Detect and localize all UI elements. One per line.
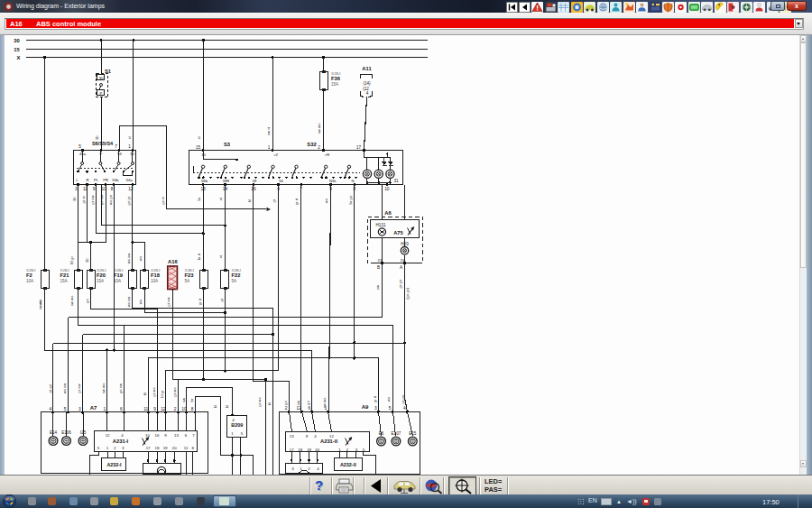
svg-text:gr sw: gr sw	[166, 296, 171, 306]
svg-text:ws sw: ws sw	[62, 383, 67, 394]
svg-text:A11: A11	[362, 66, 372, 71]
svg-text:17: 17	[356, 145, 362, 150]
svg-text:(ge gr): (ge gr)	[405, 288, 410, 300]
svg-text:13: 13	[174, 433, 179, 438]
svg-text:A7: A7	[90, 405, 97, 411]
svg-text:5: 5	[78, 144, 81, 149]
svg-text:>R: >R	[325, 152, 329, 157]
svg-text:br: br	[189, 398, 194, 402]
svg-text:4: 4	[50, 407, 52, 411]
svg-text:br: br	[197, 197, 201, 200]
svg-text:18: 18	[298, 448, 302, 452]
svg-text:Bl: Bl	[72, 198, 77, 201]
svg-text:B209: B209	[231, 422, 243, 428]
svg-text:gr ge: gr ge	[48, 383, 52, 393]
svg-text:30: 30	[14, 38, 19, 43]
svg-text:11: 11	[143, 407, 148, 411]
svg-text:2: 2	[318, 145, 320, 150]
svg-text:E106: E106	[61, 430, 71, 435]
svg-text:ge rt: ge rt	[161, 196, 165, 204]
svg-text:gr: gr	[272, 199, 276, 202]
svg-text:12: 12	[128, 187, 134, 191]
svg-text:NSL: NSL	[329, 179, 337, 183]
svg-text:A231-I: A231-I	[113, 439, 129, 444]
svg-text:5A: 5A	[185, 279, 191, 283]
svg-text:7: 7	[192, 433, 195, 438]
svg-text:10A: 10A	[151, 279, 159, 283]
svg-text:16: 16	[155, 433, 160, 438]
svg-text:ge: ge	[306, 401, 310, 405]
svg-text:15A: 15A	[60, 279, 69, 283]
svg-text:gr ws: gr ws	[172, 387, 177, 396]
svg-text:ge: ge	[85, 299, 89, 303]
svg-text:F18: F18	[151, 272, 161, 278]
svg-text:20: 20	[315, 448, 319, 452]
svg-text:B: B	[377, 265, 380, 270]
svg-text:17: 17	[290, 448, 294, 452]
svg-text:L: L	[76, 178, 78, 182]
svg-text:10: 10	[181, 407, 187, 411]
svg-text:15A: 15A	[97, 279, 105, 283]
svg-text:Bl gr: Bl gr	[69, 256, 74, 264]
svg-text:bl: bl	[267, 402, 272, 405]
svg-text:sw: sw	[181, 397, 186, 402]
svg-text:12: 12	[329, 434, 334, 439]
svg-text:br rt: br rt	[197, 253, 201, 260]
svg-text:E6: E6	[379, 431, 384, 436]
svg-text:4: 4	[366, 91, 369, 96]
svg-text:bl: bl	[247, 199, 252, 202]
svg-text:gr sw: gr sw	[77, 383, 81, 393]
svg-text:>Z: >Z	[273, 152, 278, 157]
svg-text:6: 6	[120, 407, 123, 411]
svg-text:F2: F2	[26, 272, 32, 278]
svg-text:gr ge: gr ge	[401, 394, 405, 403]
svg-text:A: A	[400, 265, 403, 270]
svg-text:ws: ws	[38, 300, 42, 305]
svg-text:E14: E14	[50, 430, 58, 435]
svg-text:ws ge: ws ge	[108, 194, 113, 205]
svg-text:ge: ge	[283, 401, 288, 405]
svg-text:15: 15	[14, 47, 20, 52]
svg-text:1: 1	[128, 144, 131, 149]
svg-text:ge sw: ge sw	[118, 383, 123, 393]
svg-text:5: 5	[97, 446, 100, 450]
svg-text:Bl: Bl	[95, 136, 99, 140]
svg-text:ws sw: ws sw	[126, 296, 131, 308]
svg-text:A16: A16	[168, 259, 178, 264]
svg-text:10: 10	[145, 433, 150, 438]
svg-text:10A: 10A	[114, 279, 122, 283]
svg-text:4: 4	[121, 433, 124, 438]
svg-text:gr ge: gr ge	[398, 279, 402, 288]
svg-text:8: 8	[191, 407, 194, 411]
svg-text:ws: ws	[324, 199, 328, 203]
svg-text:3: 3	[75, 187, 78, 191]
svg-text:F23: F23	[185, 272, 195, 278]
svg-text:19: 19	[307, 448, 311, 452]
svg-text:P: P	[100, 91, 103, 96]
svg-text:br ge: br ge	[348, 195, 353, 204]
svg-text:gr rt: gr rt	[198, 298, 202, 305]
svg-text:A232-I: A232-I	[106, 462, 122, 467]
svg-text:ge gr: ge gr	[126, 196, 131, 205]
svg-text:A75: A75	[393, 230, 403, 236]
svg-text:3: 3	[291, 466, 294, 471]
svg-text:gr ws: gr ws	[152, 387, 156, 396]
svg-text:sw: sw	[296, 400, 300, 405]
svg-text:bl: bl	[143, 393, 147, 395]
svg-text:12: 12	[161, 407, 166, 411]
svg-text:sw ws: sw ws	[101, 383, 106, 394]
svg-text:E107: E107	[392, 431, 401, 436]
svg-text:9: 9	[153, 407, 156, 411]
svg-text:sw: sw	[375, 284, 380, 290]
svg-text:bl gr: bl gr	[160, 390, 164, 398]
svg-text:3: 3	[78, 407, 81, 411]
svg-text:sw ws: sw ws	[317, 124, 321, 134]
svg-text:F36: F36	[331, 76, 341, 81]
svg-text:A6: A6	[384, 210, 392, 216]
svg-text:5: 5	[241, 431, 244, 436]
svg-text:ws sw: ws sw	[126, 253, 131, 264]
svg-text:1: 1	[268, 145, 271, 150]
svg-text:H131: H131	[376, 223, 386, 227]
svg-text:S6/S5/S4: S6/S5/S4	[92, 141, 114, 146]
svg-text:1: 1	[231, 431, 234, 436]
